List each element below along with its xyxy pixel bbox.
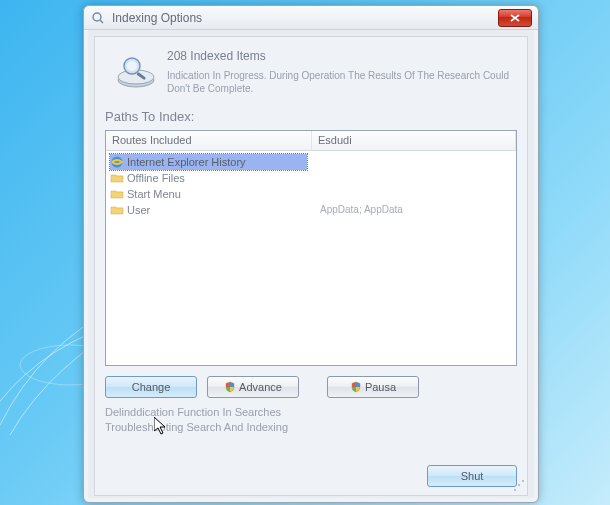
pause-button[interactable]: Pausa	[327, 376, 419, 398]
column-header-included[interactable]: Routes Included	[106, 131, 312, 150]
window-title: Indexing Options	[112, 11, 498, 25]
column-header-exclude[interactable]: Esdudi	[312, 131, 516, 150]
folder-icon	[110, 203, 124, 217]
list-item-label: Internet Explorer History	[127, 156, 246, 168]
magnifier-icon	[90, 10, 106, 26]
paths-section-label: Paths To Index:	[105, 109, 517, 124]
advanced-button[interactable]: Advance	[207, 376, 299, 398]
list-item[interactable]: Start Menu	[110, 186, 307, 202]
svg-point-6	[127, 61, 137, 71]
shield-icon	[350, 381, 362, 393]
list-item[interactable]: User	[110, 202, 307, 218]
list-item[interactable]: Offline Files	[110, 170, 307, 186]
troubleshoot-link[interactable]: Troubleshooting Search And Indexing	[105, 421, 517, 433]
exclude-value: AppData; AppData	[316, 154, 512, 215]
indexing-icon	[113, 47, 159, 93]
list-item[interactable]: Internet Explorer History	[110, 154, 307, 170]
folder-icon	[110, 171, 124, 185]
indexed-count: 208 Indexed Items	[167, 49, 517, 63]
folder-icon	[110, 187, 124, 201]
indexed-locations-list[interactable]: Routes Included Esdudi Internet Explorer…	[105, 130, 517, 366]
progress-status: Indication In Progress. During Operation…	[167, 69, 517, 95]
close-dialog-button[interactable]: Shut	[427, 465, 517, 487]
list-item-label: Offline Files	[127, 172, 185, 184]
svg-point-1	[93, 13, 101, 21]
resize-grip[interactable]: ⋰	[513, 481, 525, 493]
list-item-label: User	[127, 204, 150, 216]
indexing-options-dialog: Indexing Options 208 Ind	[83, 5, 539, 503]
modify-button[interactable]: Change	[105, 376, 197, 398]
how-indexing-link[interactable]: Delinddication Function In Searches	[105, 406, 517, 418]
close-button[interactable]	[498, 9, 532, 27]
list-item-label: Start Menu	[127, 188, 181, 200]
titlebar[interactable]: Indexing Options	[84, 6, 538, 30]
shield-icon	[224, 381, 236, 393]
svg-line-2	[100, 20, 103, 23]
ie-icon	[110, 155, 124, 169]
